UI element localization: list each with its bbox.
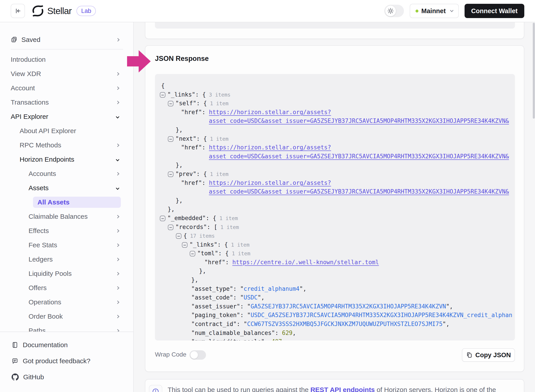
wrap-code-toggle[interactable] (190, 350, 206, 360)
sidebar-item-claimable-balances[interactable]: Claimable Balances (0, 209, 133, 224)
json-punctuation: : (265, 338, 271, 341)
json-link[interactable]: https://horizon.stellar.org/assets? (209, 109, 331, 116)
collapse-node-icon[interactable] (168, 172, 173, 177)
collapse-node-icon[interactable] (168, 136, 173, 142)
json-row: }, (168, 205, 515, 214)
json-string-value: credit_alphanum4 (244, 285, 299, 292)
sidebar-item-assets[interactable]: Assets (0, 181, 133, 195)
collapse-node-icon[interactable] (168, 101, 173, 106)
sidebar-footer-label: GitHub (23, 373, 44, 381)
previous-panel-code-area (155, 22, 515, 28)
json-row: "href": https://horizon.stellar.org/asse… (181, 143, 515, 152)
chevron-down-icon (116, 186, 120, 190)
theme-toggle-knob (385, 5, 396, 16)
sidebar-item-liquidity-pools[interactable]: Liquidity Pools (0, 266, 133, 281)
json-link[interactable]: asset_code=USDC&asset_issuer=GA5ZSEJYB37… (209, 153, 509, 160)
chevron-right-icon (116, 272, 120, 275)
page-scrollbar[interactable] (533, 23, 535, 119)
json-link[interactable]: asset_code=USDC&asset_issuer=GA5ZSEJYB37… (209, 188, 509, 195)
json-key: "asset_code" (191, 294, 233, 301)
sidebar-item-about-api-explorer[interactable]: About API Explorer (0, 124, 133, 138)
json-key: "contract_id" (191, 321, 237, 327)
collapse-node-icon[interactable] (190, 251, 195, 257)
saved-label: Saved (21, 36, 40, 43)
json-link[interactable]: https://horizon.stellar.org/assets? (209, 179, 331, 186)
info-text: This tool can be used to run queries aga… (168, 386, 502, 392)
sidebar-item-label: View XDR (11, 70, 41, 78)
sidebar-item-order-book[interactable]: Order Book (0, 309, 133, 324)
json-link[interactable]: asset_code=USDC&asset_issuer=GA5ZSEJYB37… (209, 117, 509, 124)
json-row: { (161, 81, 515, 90)
json-key: "next" (175, 135, 196, 142)
json-item-count: 1 item (210, 171, 228, 177)
json-item-count: 3 items (209, 92, 231, 98)
theme-toggle[interactable] (384, 5, 404, 17)
collapse-node-icon[interactable] (160, 216, 165, 221)
sidebar-item-label: Transactions (11, 98, 49, 106)
rest-api-endpoints-link[interactable]: REST API endpoints (310, 386, 375, 392)
sidebar-item-horizon-endpoints[interactable]: Horizon Endpoints (0, 152, 133, 167)
brand-title: Stellar (47, 6, 72, 16)
json-item-count: 1 item (231, 242, 249, 248)
json-number-value: 407 (271, 338, 282, 341)
chevron-right-icon (116, 143, 120, 147)
json-row: "self": {1 item (168, 99, 515, 108)
json-string-value: CCW67TSZV3SSS2HXMBQ5JFGCKJNXKZM7UQUWUZPU… (247, 321, 442, 327)
sidebar-footer: DocumentationGot product feedback?GitHub (0, 331, 133, 392)
json-link[interactable]: https://horizon.stellar.org/assets? (209, 144, 331, 151)
json-row: asset_code=USDC&asset_issuer=GA5ZSEJYB37… (209, 117, 515, 126)
sidebar-item-paths[interactable]: Paths (0, 324, 133, 331)
lab-badge: Lab (76, 6, 96, 16)
json-item-count: 1 item (210, 101, 228, 106)
sidebar-item-saved[interactable]: Saved (11, 34, 123, 46)
json-row: "href": https://horizon.stellar.org/asse… (181, 179, 515, 187)
wrap-code-label: Wrap Code (155, 351, 186, 358)
sidebar-item-account[interactable]: Account (0, 81, 133, 95)
sidebar-footer-documentation[interactable]: Documentation (0, 337, 133, 353)
sidebar-item-ledgers[interactable]: Ledgers (0, 252, 133, 266)
collapse-left-icon (14, 7, 21, 14)
sidebar-item-all-assets[interactable]: All Assets (0, 195, 133, 209)
connect-wallet-button[interactable]: Connect Wallet (465, 4, 524, 18)
sidebar-item-introduction[interactable]: Introduction (0, 52, 133, 67)
sidebar-item-rpc-methods[interactable]: RPC Methods (0, 138, 133, 152)
json-key: "prev" (175, 171, 196, 177)
json-punctuation: : " (240, 312, 251, 318)
sidebar-item-api-explorer[interactable]: API Explorer (0, 109, 133, 124)
chevron-right-icon (116, 286, 120, 290)
json-item-count: 17 items (190, 233, 215, 239)
collapse-node-icon[interactable] (182, 242, 187, 248)
sidebar-item-label: Paths (28, 327, 46, 331)
sidebar-collapse-button[interactable] (11, 4, 25, 18)
sidebar-item-offers[interactable]: Offers (0, 281, 133, 295)
json-row: }, (176, 126, 515, 135)
collapse-node-icon[interactable] (168, 224, 173, 230)
sidebar-item-fee-stats[interactable]: Fee Stats (0, 238, 133, 252)
network-select[interactable]: Mainnet (410, 4, 459, 18)
json-punctuation: : " (237, 321, 247, 327)
copy-json-button[interactable]: Copy JSON (462, 348, 515, 362)
json-row: "_links": {1 item (182, 240, 515, 249)
json-row: "asset_type": "credit_alphanum4", (191, 285, 515, 294)
chevron-down-icon (450, 9, 453, 12)
collapse-node-icon[interactable] (176, 233, 181, 239)
json-row: "prev": {1 item (168, 170, 515, 179)
json-punctuation: : { (195, 91, 206, 98)
sidebar-footer-github[interactable]: GitHub (0, 369, 133, 385)
chevron-down-icon (116, 115, 120, 118)
json-key: "href" (205, 259, 225, 266)
sidebar-item-accounts[interactable]: Accounts (0, 167, 133, 181)
sidebar-item-view-xdr[interactable]: View XDR (0, 67, 133, 81)
json-key: "num_liquidity_pools" (191, 338, 265, 341)
json-punctuation: }, (168, 206, 175, 213)
chevron-right-icon (116, 101, 120, 104)
sidebar-item-label: Assets (28, 184, 49, 192)
sidebar-footer-got-product-feedback[interactable]: Got product feedback? (0, 353, 133, 369)
sidebar-item-effects[interactable]: Effects (0, 224, 133, 238)
collapse-node-icon[interactable] (160, 92, 165, 98)
sidebar-item-transactions[interactable]: Transactions (0, 95, 133, 109)
json-punctuation: : { (196, 100, 207, 107)
chevron-right-icon (116, 215, 120, 218)
sidebar-item-operations[interactable]: Operations (0, 295, 133, 309)
json-link[interactable]: https://centre.io/.well-known/stellar.to… (232, 259, 379, 266)
